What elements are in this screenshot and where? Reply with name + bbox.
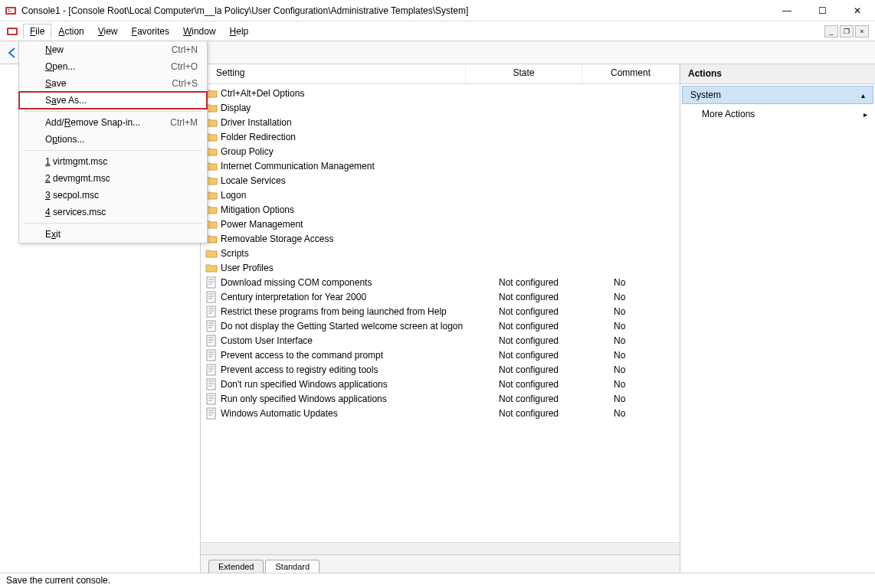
menu-item-1-virtmgmt-msc[interactable]: 1 virtmgmt.msc bbox=[19, 153, 207, 170]
mdi-minimize-button[interactable]: _ bbox=[824, 25, 838, 38]
row-name: Download missing COM components bbox=[221, 277, 499, 288]
mdi-close-button[interactable]: × bbox=[855, 25, 869, 38]
mdi-restore-button[interactable]: ❐ bbox=[840, 25, 854, 38]
menu-item-3-secpol-msc[interactable]: 3 secpol.msc bbox=[19, 187, 207, 204]
tab-standard[interactable]: Standard bbox=[265, 560, 320, 573]
close-button[interactable]: ✕ bbox=[840, 0, 875, 21]
row-name: Prevent access to the command prompt bbox=[221, 350, 499, 361]
policy-row[interactable]: Download missing COM componentsNot confi… bbox=[201, 275, 680, 289]
svg-rect-38 bbox=[207, 394, 215, 404]
svg-rect-22 bbox=[207, 335, 215, 346]
svg-rect-6 bbox=[207, 277, 215, 288]
row-name: Power Management bbox=[221, 219, 675, 230]
row-name: Custom User Interface bbox=[221, 335, 499, 346]
bottom-tabs: Extended Standard bbox=[201, 554, 680, 573]
menu-view[interactable]: View bbox=[91, 24, 125, 39]
folder-row[interactable]: User Profiles bbox=[201, 260, 680, 275]
folder-row[interactable]: Locale Services bbox=[201, 173, 680, 188]
row-comment: No bbox=[614, 335, 675, 346]
menu-window[interactable]: Window bbox=[176, 24, 223, 39]
menu-item-add-remove-snap-in[interactable]: Add/Remove Snap-in...Ctrl+M bbox=[19, 114, 207, 131]
svg-rect-26 bbox=[207, 350, 215, 361]
column-comment[interactable]: Comment bbox=[582, 64, 680, 83]
svg-rect-42 bbox=[207, 408, 215, 419]
svg-rect-30 bbox=[207, 364, 215, 375]
list-header: Setting State Comment bbox=[201, 64, 680, 84]
folder-row[interactable]: Scripts bbox=[201, 246, 680, 260]
action-more-actions[interactable]: More Actions bbox=[680, 106, 875, 122]
row-comment: No bbox=[614, 292, 675, 302]
menu-item-open[interactable]: Open...Ctrl+O bbox=[19, 58, 207, 75]
list-pane: Setting State Comment Ctrl+Alt+Del Optio… bbox=[201, 64, 680, 573]
folder-row[interactable]: Driver Installation bbox=[201, 115, 680, 129]
row-name: Scripts bbox=[221, 248, 675, 259]
menu-item-options[interactable]: Options... bbox=[19, 131, 207, 148]
menu-item-2-devmgmt-msc[interactable]: 2 devmgmt.msc bbox=[19, 170, 207, 187]
folder-row[interactable]: Folder Redirection bbox=[201, 129, 680, 144]
row-name: Restrict these programs from being launc… bbox=[221, 306, 499, 317]
menu-item-exit[interactable]: Exit bbox=[19, 226, 207, 243]
policy-icon bbox=[205, 393, 218, 405]
policy-row[interactable]: Prevent access to the command promptNot … bbox=[201, 348, 680, 362]
horizontal-scrollbar[interactable] bbox=[201, 542, 680, 554]
action-system-section[interactable]: System bbox=[682, 86, 873, 104]
policy-row[interactable]: Prevent access to registry editing tools… bbox=[201, 362, 680, 377]
list-body[interactable]: Ctrl+Alt+Del OptionsDisplayDriver Instal… bbox=[201, 84, 680, 542]
policy-icon bbox=[205, 335, 218, 347]
row-state: Not configured bbox=[499, 335, 614, 346]
row-name: Internet Communication Management bbox=[221, 161, 675, 172]
menu-item-save[interactable]: SaveCtrl+S bbox=[19, 75, 207, 92]
mdi-controls: _ ❐ × bbox=[823, 25, 869, 38]
menu-item-4-services-msc[interactable]: 4 services.msc bbox=[19, 204, 207, 220]
menu-file[interactable]: File bbox=[23, 24, 51, 39]
policy-row[interactable]: Restrict these programs from being launc… bbox=[201, 304, 680, 318]
folder-row[interactable]: Internet Communication Management bbox=[201, 158, 680, 173]
row-name: Century interpretation for Year 2000 bbox=[221, 292, 499, 302]
row-state: Not configured bbox=[499, 321, 614, 332]
maximize-button[interactable]: ☐ bbox=[805, 0, 840, 21]
status-bar: Save the current console. bbox=[0, 573, 875, 588]
column-state[interactable]: State bbox=[466, 64, 582, 83]
menu-action[interactable]: Action bbox=[51, 24, 90, 39]
file-menu-dropdown: NewCtrl+NOpen...Ctrl+OSaveCtrl+SSave As.… bbox=[18, 41, 208, 243]
folder-icon bbox=[205, 262, 218, 274]
folder-row[interactable]: Mitigation Options bbox=[201, 202, 680, 217]
folder-row[interactable]: Ctrl+Alt+Del Options bbox=[201, 86, 680, 100]
row-comment: No bbox=[614, 364, 675, 375]
row-name: Folder Redirection bbox=[221, 132, 675, 142]
policy-row[interactable]: Century interpretation for Year 2000Not … bbox=[201, 289, 680, 304]
tab-extended[interactable]: Extended bbox=[208, 560, 264, 573]
row-name: Prevent access to registry editing tools bbox=[221, 364, 499, 375]
row-comment: No bbox=[614, 321, 675, 332]
policy-row[interactable]: Don't run specified Windows applications… bbox=[201, 377, 680, 391]
policy-row[interactable]: Custom User InterfaceNot configuredNo bbox=[201, 333, 680, 348]
minimize-button[interactable]: — bbox=[769, 0, 805, 21]
column-setting[interactable]: Setting bbox=[201, 64, 466, 83]
row-state: Not configured bbox=[499, 364, 614, 375]
menu-favorites[interactable]: Favorites bbox=[125, 24, 176, 39]
row-name: Group Policy bbox=[221, 146, 675, 157]
back-icon[interactable] bbox=[5, 45, 20, 60]
chevron-right-icon bbox=[864, 109, 867, 119]
action-more-label: More Actions bbox=[702, 109, 755, 119]
menu-item-save-as[interactable]: Save As... bbox=[19, 92, 207, 109]
policy-row[interactable]: Run only specified Windows applicationsN… bbox=[201, 391, 680, 406]
svg-rect-14 bbox=[207, 306, 215, 317]
policy-icon bbox=[205, 305, 218, 318]
row-name: Run only specified Windows applications bbox=[221, 394, 499, 404]
row-name: Don't run specified Windows applications bbox=[221, 379, 499, 390]
window-title: Console1 - [Console Root\Local Computer\… bbox=[21, 5, 769, 16]
row-name: Removable Storage Access bbox=[221, 234, 675, 244]
actions-header: Actions bbox=[680, 64, 875, 84]
folder-row[interactable]: Removable Storage Access bbox=[201, 231, 680, 246]
policy-row[interactable]: Windows Automatic UpdatesNot configuredN… bbox=[201, 406, 680, 420]
folder-row[interactable]: Display bbox=[201, 100, 680, 115]
menu-item-new[interactable]: NewCtrl+N bbox=[19, 41, 207, 58]
folder-row[interactable]: Logon bbox=[201, 188, 680, 202]
policy-row[interactable]: Do not display the Getting Started welco… bbox=[201, 318, 680, 333]
row-name: Logon bbox=[221, 190, 675, 201]
menu-help[interactable]: Help bbox=[223, 24, 256, 39]
folder-row[interactable]: Power Management bbox=[201, 217, 680, 231]
folder-row[interactable]: Group Policy bbox=[201, 144, 680, 158]
row-name: Display bbox=[221, 103, 675, 113]
